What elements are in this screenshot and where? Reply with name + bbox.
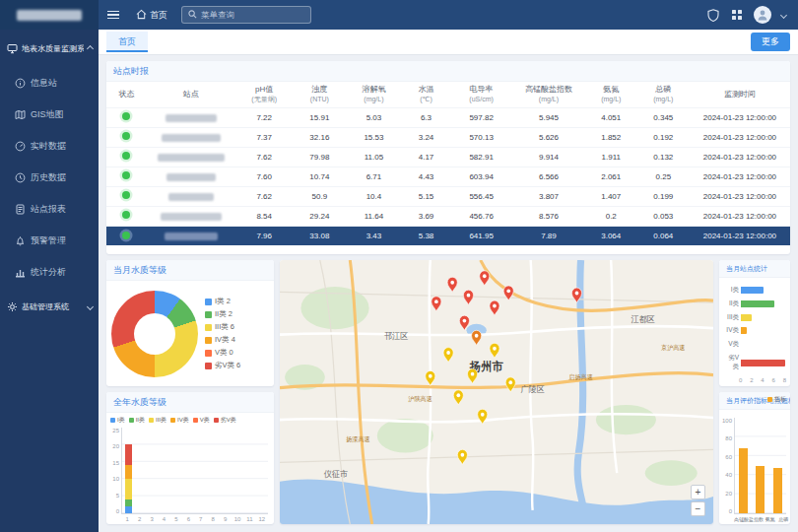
column-header: 状态 <box>106 82 147 107</box>
alarm-icon <box>14 234 26 246</box>
hbar-row: I类 <box>722 286 785 295</box>
map-zoom-controls: + − <box>691 485 705 516</box>
menu-collapse-icon[interactable] <box>99 0 128 30</box>
sidebar-item-0-0[interactable]: 信息站 <box>0 67 99 99</box>
monitor-time: 2024-01-23 12:00:00 <box>690 206 790 226</box>
measurement-value: 6.3 <box>402 107 450 127</box>
menu-search[interactable] <box>181 6 311 24</box>
map-road-label: 启扬高速 <box>568 373 592 381</box>
measurement-value: 0.25 <box>637 166 690 186</box>
sidebar-item-0-5[interactable]: 预警管理 <box>0 225 99 256</box>
measurement-value: 8.54 <box>235 206 294 226</box>
station-name-redacted <box>166 173 216 181</box>
sidebar-section-label: 地表水质量监测系统 <box>22 43 84 54</box>
measurement-value: 4.051 <box>585 107 637 127</box>
grade-donut-chart[interactable] <box>111 291 198 377</box>
search-input[interactable] <box>201 10 304 20</box>
measurement-value: 0.345 <box>637 107 690 127</box>
map-road-label: 沪陕高速 <box>408 394 432 402</box>
sidebar-item-0-2[interactable]: 实时数据 <box>0 130 99 162</box>
exceed-rate-legend-label: 指标 <box>774 395 786 404</box>
home-icon <box>136 9 147 22</box>
sidebar-section-1[interactable]: 基础管理系统 <box>0 288 99 325</box>
annual-grade-legend: I类II类III类IV类V类劣V类 <box>106 413 274 425</box>
dashboard-body: 站点时报 状态站点pH值(无量纲)浊度(NTU)溶解氧(mg/L)水温(℃)电导… <box>99 55 798 532</box>
table-row[interactable]: 7.6250.910.45.15556.453.8071.4070.199 20… <box>106 186 790 206</box>
tab-home[interactable]: 首页 <box>106 32 148 52</box>
map-road-label: 京沪高速 <box>661 344 685 352</box>
monitor-time: 2024-01-23 12:00:00 <box>690 107 790 127</box>
monitor-time: 2024-01-23 12:00:00 <box>690 186 790 206</box>
measurement-value: 7.22 <box>235 107 294 127</box>
legend-item: 劣V类 <box>214 416 236 425</box>
sidebar-item-0-1[interactable]: GIS地图 <box>0 99 99 130</box>
station-name-redacted <box>161 213 222 221</box>
month-grade-title: 当月水质等级 <box>106 260 274 281</box>
table-row[interactable]: 7.6279.9811.054.17582.919.9141.9110.132 … <box>106 147 790 166</box>
sidebar-section-0[interactable]: 地表水质量监测系统 <box>0 30 99 67</box>
measurement-value: 11.05 <box>346 147 402 166</box>
station-name-redacted <box>158 154 225 162</box>
stats-icon <box>14 266 26 278</box>
sidebar-item-0-3[interactable]: 历史数据 <box>0 162 99 193</box>
table-row[interactable]: 7.9633.083.435.38641.957.893.0640.064 20… <box>106 226 790 245</box>
annual-grade-title: 全年水质等级 <box>106 392 274 413</box>
column-header: 氨氮(mg/L) <box>585 82 637 107</box>
measurement-value: 603.94 <box>450 166 512 186</box>
exceed-rate-bar-chart[interactable] <box>734 418 786 514</box>
table-row[interactable]: 7.6010.746.714.43603.946.5662.0610.25 20… <box>106 166 790 186</box>
stacked-bar <box>125 428 132 513</box>
measurement-value: 3.064 <box>585 226 637 245</box>
measurement-value: 7.96 <box>235 226 294 245</box>
measurement-value: 10.4 <box>346 186 402 206</box>
stack-segment <box>125 479 132 499</box>
sidebar-item-label: 预警管理 <box>31 234 66 247</box>
sidebar: 地表水质量监测系统 信息站 GIS地图 实时数据 历史数据 站点报表 预警管理 <box>0 30 99 532</box>
month-grade-card: 当月水质等级 I类 2 II类 2 III类 6 IV类 4 V类 0 劣V类 … <box>106 260 274 386</box>
status-normal-dot <box>122 132 130 140</box>
apps-grid-icon[interactable] <box>730 8 744 22</box>
table-row[interactable]: 8.5429.2411.643.69456.768.5760.20.053 20… <box>106 206 790 226</box>
measurement-value: 7.62 <box>235 147 294 166</box>
exceed-rate-bar <box>739 448 748 513</box>
topbar-home-link[interactable]: 首页 <box>128 0 175 30</box>
more-button[interactable]: 更多 <box>751 33 790 51</box>
measurement-value: 29.24 <box>294 206 346 226</box>
column-header: 站点 <box>147 82 235 107</box>
measurement-value: 582.91 <box>450 147 512 166</box>
sidebar-section-label: 基础管理系统 <box>22 301 84 312</box>
column-header: 浊度(NTU) <box>294 82 346 107</box>
station-name-redacted <box>166 114 217 122</box>
sidebar-item-0-6[interactable]: 统计分析 <box>0 256 99 288</box>
chevron-down-icon[interactable] <box>780 11 787 18</box>
map-district-label: 江都区 <box>631 313 654 323</box>
legend-item: I类 <box>110 416 125 425</box>
measurement-value: 1.407 <box>585 186 637 206</box>
sidebar-item-label: 统计分析 <box>31 266 66 279</box>
sidebar-item-0-4[interactable]: 站点报表 <box>0 193 99 225</box>
measurement-value: 641.95 <box>450 226 512 245</box>
measurement-value: 50.9 <box>294 186 346 206</box>
annual-stacked-bar-chart[interactable] <box>121 428 268 514</box>
map-zoom-out-button[interactable]: − <box>691 501 705 516</box>
table-row[interactable]: 7.2215.915.036.3597.825.9454.0510.345 20… <box>106 107 790 127</box>
table-row[interactable]: 7.3732.1615.533.24570.135.6261.8520.192 … <box>106 127 790 147</box>
station-stats-bar-chart[interactable]: I类 II类 III类 IV类 V类 劣V类 <box>719 278 790 376</box>
user-avatar[interactable] <box>754 6 771 24</box>
chevron-down-icon <box>87 302 94 309</box>
measurement-value: 33.08 <box>294 226 346 245</box>
column-header: 溶解氧(mg/L) <box>346 82 402 107</box>
measurement-value: 79.98 <box>294 147 346 166</box>
station-map[interactable]: 扬州市邗江区广陵区江都区仪征市沪陕高速启扬高速京沪高速扬溧高速 <box>280 260 713 524</box>
measurement-value: 5.15 <box>402 186 450 206</box>
column-header: pH值(无量纲) <box>235 82 294 107</box>
map-zoom-in-button[interactable]: + <box>691 485 705 499</box>
legend-item: III类 <box>149 416 166 425</box>
monitor-time: 2024-01-23 12:00:00 <box>690 127 790 147</box>
measurement-value: 0.064 <box>637 226 690 245</box>
shield-icon[interactable] <box>706 8 720 22</box>
measurement-value: 0.053 <box>637 206 690 226</box>
measurement-value: 11.64 <box>346 206 402 226</box>
monitor-time: 2024-01-23 12:00:00 <box>690 226 790 245</box>
topbar-home-label: 首页 <box>150 9 167 22</box>
